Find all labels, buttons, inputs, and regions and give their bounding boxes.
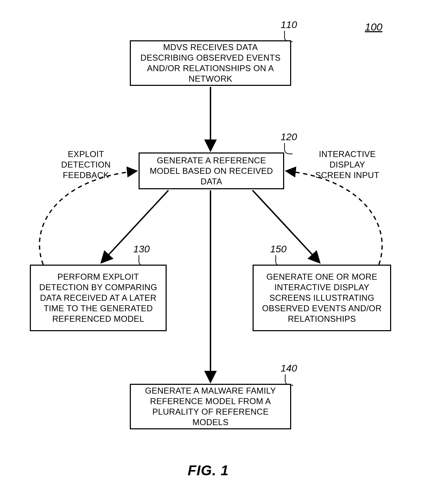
box-110: MDVS RECEIVES DATA DESCRIBING OBSERVED E…	[130, 40, 291, 86]
diagram-canvas: 100 110 MDVS RECEIVES DATA DESCRIBING OB…	[0, 0, 435, 504]
ref-150: 150	[270, 244, 287, 255]
ref-130: 130	[133, 244, 150, 255]
ref-120: 120	[281, 131, 297, 143]
box-120-text: GENERATE A REFERENCE MODEL BASED ON RECE…	[145, 155, 278, 187]
box-120: GENERATE A REFERENCE MODEL BASED ON RECE…	[139, 152, 284, 189]
label-exploit-feedback: EXPLOIT DETECTION FEEDBACK	[54, 149, 118, 181]
box-130: PERFORM EXPLOIT DETECTION BY COMPARING D…	[30, 265, 167, 331]
label-display-input: INTERACTIVE DISPLAY SCREEN INPUT	[314, 149, 381, 181]
box-140: GENERATE A MALWARE FAMILY REFERENCE MODE…	[130, 384, 291, 429]
box-130-text: PERFORM EXPLOIT DETECTION BY COMPARING D…	[36, 272, 161, 324]
box-140-text: GENERATE A MALWARE FAMILY REFERENCE MODE…	[136, 386, 285, 428]
figure-title: FIG. 1	[188, 463, 229, 478]
box-150: GENERATE ONE OR MORE INTERACTIVE DISPLAY…	[253, 265, 391, 331]
box-110-text: MDVS RECEIVES DATA DESCRIBING OBSERVED E…	[136, 42, 285, 84]
box-150-text: GENERATE ONE OR MORE INTERACTIVE DISPLAY…	[259, 272, 385, 324]
tick-120	[284, 143, 293, 154]
page-reference: 100	[365, 21, 382, 33]
ref-110: 110	[281, 19, 297, 30]
ref-140: 140	[281, 363, 297, 374]
